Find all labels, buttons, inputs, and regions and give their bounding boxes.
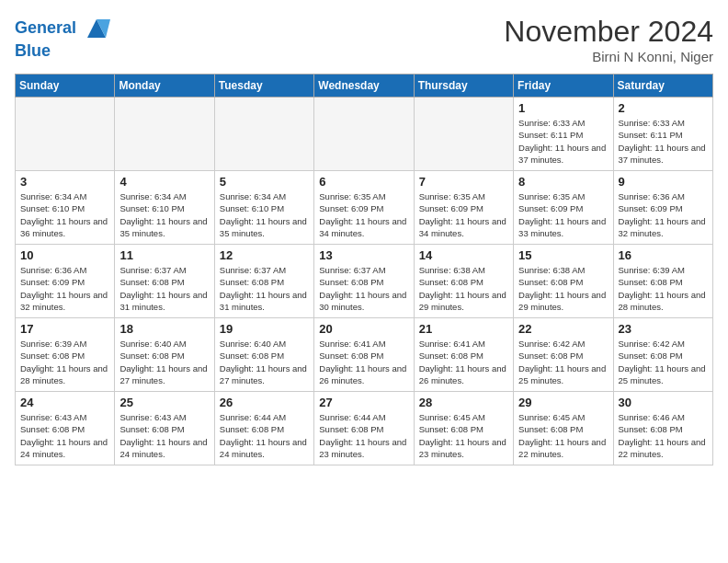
day-number: 2 <box>619 101 708 115</box>
calendar-cell: 28Sunrise: 6:45 AM Sunset: 6:08 PM Dayli… <box>414 392 513 465</box>
cell-sun-info: Sunrise: 6:34 AM Sunset: 6:10 PM Dayligh… <box>20 190 109 239</box>
day-number: 12 <box>220 248 309 262</box>
calendar-cell: 20Sunrise: 6:41 AM Sunset: 6:08 PM Dayli… <box>314 318 414 392</box>
cell-sun-info: Sunrise: 6:38 AM Sunset: 6:08 PM Dayligh… <box>518 264 608 313</box>
cell-sun-info: Sunrise: 6:37 AM Sunset: 6:08 PM Dayligh… <box>119 264 209 313</box>
calendar-cell: 29Sunrise: 6:45 AM Sunset: 6:08 PM Dayli… <box>514 392 613 465</box>
calendar-cell: 12Sunrise: 6:37 AM Sunset: 6:08 PM Dayli… <box>214 245 313 318</box>
cell-sun-info: Sunrise: 6:46 AM Sunset: 6:08 PM Dayligh… <box>619 411 708 460</box>
cell-sun-info: Sunrise: 6:44 AM Sunset: 6:08 PM Dayligh… <box>220 411 309 460</box>
calendar-cell: 2Sunrise: 6:33 AM Sunset: 6:11 PM Daylig… <box>613 98 712 171</box>
cell-sun-info: Sunrise: 6:36 AM Sunset: 6:09 PM Dayligh… <box>619 190 708 239</box>
cell-sun-info: Sunrise: 6:36 AM Sunset: 6:09 PM Dayligh… <box>20 264 109 313</box>
calendar-cell: 27Sunrise: 6:44 AM Sunset: 6:08 PM Dayli… <box>314 392 414 465</box>
calendar-week-row: 10Sunrise: 6:36 AM Sunset: 6:09 PM Dayli… <box>16 245 713 318</box>
month-title: November 2024 <box>504 15 713 49</box>
weekday-header-thursday: Thursday <box>414 75 513 98</box>
day-number: 25 <box>119 396 209 409</box>
calendar-cell: 30Sunrise: 6:46 AM Sunset: 6:08 PM Dayli… <box>613 392 712 465</box>
day-number: 30 <box>619 396 708 409</box>
cell-sun-info: Sunrise: 6:44 AM Sunset: 6:08 PM Dayligh… <box>319 411 408 460</box>
calendar-cell: 14Sunrise: 6:38 AM Sunset: 6:08 PM Dayli… <box>414 245 513 318</box>
cell-sun-info: Sunrise: 6:42 AM Sunset: 6:08 PM Dayligh… <box>619 338 708 386</box>
day-number: 3 <box>20 175 109 189</box>
day-number: 26 <box>220 396 309 409</box>
day-number: 7 <box>419 175 508 189</box>
day-number: 8 <box>518 175 608 189</box>
day-number: 13 <box>319 248 408 262</box>
day-number: 9 <box>619 175 708 189</box>
calendar-cell: 25Sunrise: 6:43 AM Sunset: 6:08 PM Dayli… <box>115 392 214 465</box>
cell-sun-info: Sunrise: 6:45 AM Sunset: 6:08 PM Dayligh… <box>419 411 508 460</box>
calendar-cell: 22Sunrise: 6:42 AM Sunset: 6:08 PM Dayli… <box>514 318 613 392</box>
calendar-cell: 24Sunrise: 6:43 AM Sunset: 6:08 PM Dayli… <box>16 392 115 465</box>
day-number: 20 <box>319 322 408 336</box>
day-number: 11 <box>119 248 209 262</box>
calendar-cell: 4Sunrise: 6:34 AM Sunset: 6:10 PM Daylig… <box>115 171 214 245</box>
day-number: 15 <box>518 248 608 262</box>
day-number: 22 <box>518 322 608 336</box>
day-number: 17 <box>20 322 109 336</box>
day-number: 27 <box>319 396 408 409</box>
calendar-cell: 18Sunrise: 6:40 AM Sunset: 6:08 PM Dayli… <box>115 318 214 392</box>
calendar-cell: 10Sunrise: 6:36 AM Sunset: 6:09 PM Dayli… <box>16 245 115 318</box>
calendar-cell: 13Sunrise: 6:37 AM Sunset: 6:08 PM Dayli… <box>314 245 414 318</box>
cell-sun-info: Sunrise: 6:40 AM Sunset: 6:08 PM Dayligh… <box>119 338 209 386</box>
logo: General Blue <box>15 15 110 61</box>
page-header: General Blue November 2024 Birni N Konni… <box>15 15 713 64</box>
calendar-cell: 8Sunrise: 6:35 AM Sunset: 6:09 PM Daylig… <box>514 171 613 245</box>
day-number: 18 <box>119 322 209 336</box>
cell-sun-info: Sunrise: 6:43 AM Sunset: 6:08 PM Dayligh… <box>119 411 209 460</box>
calendar-cell <box>414 98 513 171</box>
day-number: 1 <box>518 101 608 115</box>
weekday-header-monday: Monday <box>115 75 214 98</box>
calendar-cell: 7Sunrise: 6:35 AM Sunset: 6:09 PM Daylig… <box>414 171 513 245</box>
calendar-cell <box>16 98 115 171</box>
cell-sun-info: Sunrise: 6:42 AM Sunset: 6:08 PM Dayligh… <box>518 338 608 386</box>
calendar-cell: 1Sunrise: 6:33 AM Sunset: 6:11 PM Daylig… <box>514 98 613 171</box>
day-number: 14 <box>419 248 508 262</box>
cell-sun-info: Sunrise: 6:35 AM Sunset: 6:09 PM Dayligh… <box>419 190 508 239</box>
day-number: 5 <box>220 175 309 189</box>
calendar-cell: 5Sunrise: 6:34 AM Sunset: 6:10 PM Daylig… <box>214 171 313 245</box>
cell-sun-info: Sunrise: 6:41 AM Sunset: 6:08 PM Dayligh… <box>419 338 508 386</box>
weekday-header-sunday: Sunday <box>16 75 115 98</box>
cell-sun-info: Sunrise: 6:33 AM Sunset: 6:11 PM Dayligh… <box>518 117 608 166</box>
cell-sun-info: Sunrise: 6:40 AM Sunset: 6:08 PM Dayligh… <box>220 338 309 386</box>
calendar-table: SundayMondayTuesdayWednesdayThursdayFrid… <box>15 74 713 465</box>
day-number: 23 <box>619 322 708 336</box>
logo-general: General <box>15 18 76 37</box>
calendar-cell: 26Sunrise: 6:44 AM Sunset: 6:08 PM Dayli… <box>214 392 313 465</box>
calendar-cell <box>214 98 313 171</box>
day-number: 24 <box>20 396 109 409</box>
calendar-week-row: 3Sunrise: 6:34 AM Sunset: 6:10 PM Daylig… <box>16 171 713 245</box>
day-number: 10 <box>20 248 109 262</box>
weekday-header-tuesday: Tuesday <box>214 75 313 98</box>
calendar-cell: 9Sunrise: 6:36 AM Sunset: 6:09 PM Daylig… <box>613 171 712 245</box>
calendar-cell: 3Sunrise: 6:34 AM Sunset: 6:10 PM Daylig… <box>16 171 115 245</box>
day-number: 29 <box>518 396 608 409</box>
day-number: 4 <box>119 175 209 189</box>
cell-sun-info: Sunrise: 6:39 AM Sunset: 6:08 PM Dayligh… <box>20 338 109 386</box>
day-number: 28 <box>419 396 508 409</box>
cell-sun-info: Sunrise: 6:39 AM Sunset: 6:08 PM Dayligh… <box>619 264 708 313</box>
cell-sun-info: Sunrise: 6:43 AM Sunset: 6:08 PM Dayligh… <box>20 411 109 460</box>
logo-text: General <box>15 15 110 42</box>
location-title: Birni N Konni, Niger <box>504 49 713 64</box>
cell-sun-info: Sunrise: 6:35 AM Sunset: 6:09 PM Dayligh… <box>518 190 608 239</box>
weekday-header-row: SundayMondayTuesdayWednesdayThursdayFrid… <box>16 75 713 98</box>
calendar-cell: 19Sunrise: 6:40 AM Sunset: 6:08 PM Dayli… <box>214 318 313 392</box>
cell-sun-info: Sunrise: 6:45 AM Sunset: 6:08 PM Dayligh… <box>518 411 608 460</box>
calendar-cell: 23Sunrise: 6:42 AM Sunset: 6:08 PM Dayli… <box>613 318 712 392</box>
logo-blue: Blue <box>15 42 110 61</box>
calendar-cell: 11Sunrise: 6:37 AM Sunset: 6:08 PM Dayli… <box>115 245 214 318</box>
cell-sun-info: Sunrise: 6:38 AM Sunset: 6:08 PM Dayligh… <box>419 264 508 313</box>
day-number: 21 <box>419 322 508 336</box>
cell-sun-info: Sunrise: 6:34 AM Sunset: 6:10 PM Dayligh… <box>119 190 209 239</box>
weekday-header-friday: Friday <box>514 75 613 98</box>
day-number: 16 <box>619 248 708 262</box>
calendar-cell <box>115 98 214 171</box>
weekday-header-wednesday: Wednesday <box>314 75 414 98</box>
calendar-week-row: 1Sunrise: 6:33 AM Sunset: 6:11 PM Daylig… <box>16 98 713 171</box>
calendar-cell: 6Sunrise: 6:35 AM Sunset: 6:09 PM Daylig… <box>314 171 414 245</box>
